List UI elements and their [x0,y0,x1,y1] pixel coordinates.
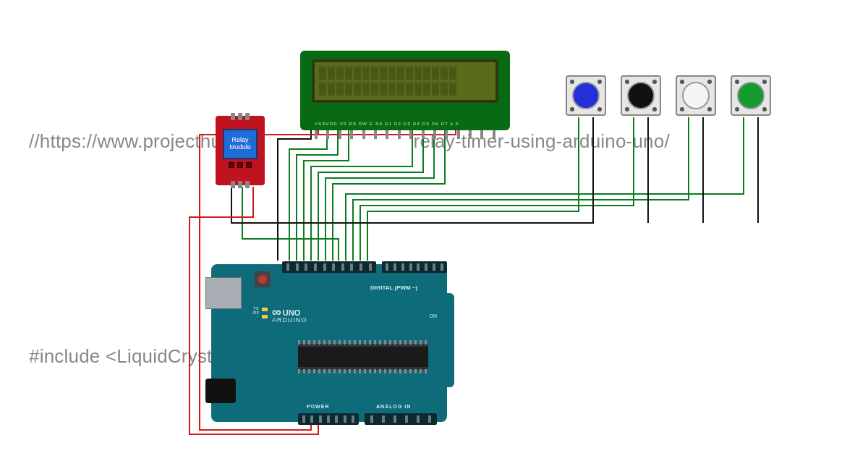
pushbutton-decrement[interactable] [676,75,716,116]
code-line: #include <LiquidCrystal.h> [29,339,670,375]
code-line [29,232,670,268]
pushbutton-set[interactable] [731,75,771,116]
code-line: #include <EEPROM. [29,447,670,456]
source-code-overlay: //https://www.projecthub.in/ relay-timer… [29,52,670,456]
code-line: //https://www.projecthub.in/ relay-timer… [29,124,670,160]
